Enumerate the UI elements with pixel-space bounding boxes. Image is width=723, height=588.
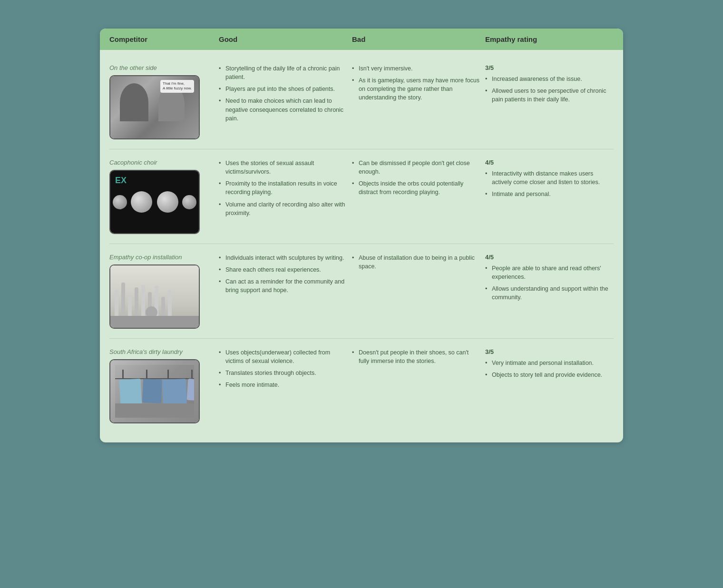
header-good: Good <box>219 35 352 43</box>
empathy-item: Intimate and personal. <box>485 190 614 198</box>
competitor-image-row2: EX <box>109 170 200 234</box>
bad-cell-row3: Abuse of installation due to being in a … <box>352 254 485 274</box>
good-item: Share each others real experiences. <box>219 265 347 274</box>
empathy-list-row3: People are able to share and read others… <box>485 264 614 302</box>
empathy-item: Increased awareness of the issue. <box>485 75 614 83</box>
good-item: Volume and clarity of recording also alt… <box>219 200 347 217</box>
table-row: On the other side That I'm fine,A little… <box>109 55 614 149</box>
competitor-title-row4: South Africa's dirty laundry <box>109 348 214 355</box>
bad-cell-row1: Isn't very immersive. As it is gameplay,… <box>352 64 485 106</box>
good-item: Players are put into the shoes of patien… <box>219 85 347 93</box>
empathy-list-row2: Interactivity with distance makes users … <box>485 169 614 198</box>
good-item: Translates stories through objects. <box>219 369 347 377</box>
competitor-cell-row2: Cacophonic choir EX <box>109 159 219 234</box>
bad-item: Abuse of installation due to being in a … <box>352 254 480 271</box>
table-row: Empathy co-op installation <box>109 244 614 339</box>
bad-list-row1: Isn't very immersive. As it is gameplay,… <box>352 64 480 102</box>
image-label-row2: EX <box>115 176 127 186</box>
competitor-cell-row4: South Africa's dirty laundry <box>109 348 219 423</box>
bad-list-row2: Can be dismissed if people don't get clo… <box>352 159 480 197</box>
empathy-rating-row4: 3/5 <box>485 348 614 355</box>
table-header: Competitor Good Bad Empathy rating <box>100 29 623 50</box>
good-item: Uses the stories of sexual assault victi… <box>219 159 347 176</box>
empathy-cell-row2: 4/5 Interactivity with distance makes us… <box>485 159 618 202</box>
empathy-item: Objects to story tell and provide eviden… <box>485 371 614 379</box>
competitor-title-row1: On the other side <box>109 64 214 71</box>
competitor-title-row2: Cacophonic choir <box>109 159 214 166</box>
empathy-item: Allowed users to see perspective of chro… <box>485 87 614 104</box>
empathy-rating-row2: 4/5 <box>485 159 614 166</box>
bad-list-row4: Doesn't put people in their shoes, so ca… <box>352 348 480 365</box>
orb-icon <box>157 191 178 213</box>
good-list-row4: Uses objects(underwear) collected from v… <box>219 348 347 390</box>
empathy-list-row1: Increased awareness of the issue. Allowe… <box>485 75 614 104</box>
bad-cell-row2: Can be dismissed if people don't get clo… <box>352 159 485 200</box>
empathy-item: Allows understanding and support within … <box>485 284 614 302</box>
good-item: Feels more intimate. <box>219 381 347 389</box>
competitor-title-row3: Empathy co-op installation <box>109 254 214 261</box>
good-cell-row3: Individuals interact with sculptures by … <box>219 254 352 298</box>
header-empathy: Empathy rating <box>485 35 618 43</box>
competitor-cell-row3: Empathy co-op installation <box>109 254 219 329</box>
empathy-cell-row1: 3/5 Increased awareness of the issue. Al… <box>485 64 618 107</box>
empathy-list-row4: Very intimate and personal installation.… <box>485 359 614 379</box>
bad-item: Objects inside the orbs could potentiall… <box>352 179 480 196</box>
header-competitor: Competitor <box>109 35 219 43</box>
table-row: South Africa's dirty laundry <box>109 339 614 433</box>
table-row: Cacophonic choir EX Uses the stories of … <box>109 149 614 244</box>
bad-list-row3: Abuse of installation due to being in a … <box>352 254 480 271</box>
table-body: On the other side That I'm fine,A little… <box>100 50 623 442</box>
orb-icon <box>182 195 196 209</box>
empathy-cell-row3: 4/5 People are able to share and read ot… <box>485 254 618 305</box>
good-list-row3: Individuals interact with sculptures by … <box>219 254 347 295</box>
empathy-rating-row1: 3/5 <box>485 64 614 71</box>
empathy-item: People are able to share and read others… <box>485 264 614 281</box>
bad-item: Isn't very immersive. <box>352 64 480 73</box>
good-list-row1: Storytelling of the daily life of a chro… <box>219 64 347 123</box>
good-cell-row1: Storytelling of the daily life of a chro… <box>219 64 352 126</box>
empathy-rating-row3: 4/5 <box>485 254 614 261</box>
good-item: Uses objects(underwear) collected from v… <box>219 348 347 365</box>
header-bad: Bad <box>352 35 485 43</box>
orb-icon <box>113 195 127 209</box>
competitor-image-row3 <box>109 265 200 329</box>
competitor-cell-row1: On the other side That I'm fine,A little… <box>109 64 219 139</box>
comparison-table: Competitor Good Bad Empathy rating On th… <box>100 29 623 442</box>
image-caption-row1: That I'm fine,A little fuzzy now. <box>160 80 194 93</box>
competitor-image-row4 <box>109 359 200 423</box>
empathy-item: Interactivity with distance makes users … <box>485 169 614 186</box>
good-item: Proximity to the installation results in… <box>219 179 347 196</box>
good-cell-row4: Uses objects(underwear) collected from v… <box>219 348 352 393</box>
bad-cell-row4: Doesn't put people in their shoes, so ca… <box>352 348 485 369</box>
competitor-image-row1: That I'm fine,A little fuzzy now. <box>109 75 200 139</box>
orb-icon <box>131 191 152 213</box>
good-list-row2: Uses the stories of sexual assault victi… <box>219 159 347 217</box>
empathy-cell-row4: 3/5 Very intimate and personal installat… <box>485 348 618 382</box>
good-cell-row2: Uses the stories of sexual assault victi… <box>219 159 352 221</box>
good-item: Individuals interact with sculptures by … <box>219 254 347 262</box>
empathy-item: Very intimate and personal installation. <box>485 359 614 367</box>
good-item: Storytelling of the daily life of a chro… <box>219 64 347 81</box>
bad-item: Can be dismissed if people don't get clo… <box>352 159 480 176</box>
bad-item: As it is gameplay, users may have more f… <box>352 76 480 102</box>
good-item: Need to make choices which can lead to n… <box>219 97 347 122</box>
good-item: Can act as a reminder for the community … <box>219 277 347 294</box>
bad-item: Doesn't put people in their shoes, so ca… <box>352 348 480 365</box>
